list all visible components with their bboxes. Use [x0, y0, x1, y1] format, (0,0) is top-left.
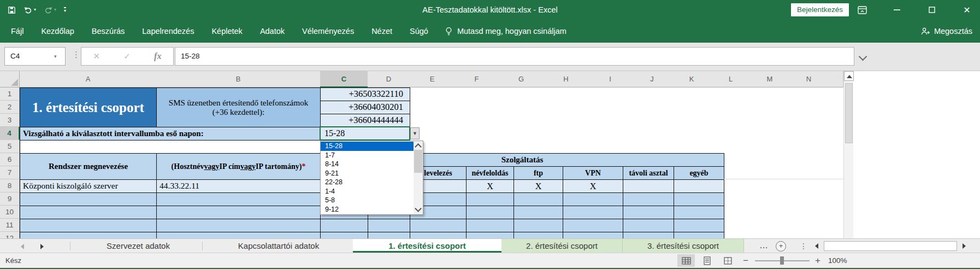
column-header-e[interactable]: E	[410, 71, 455, 87]
undo-button[interactable]: ▾	[23, 6, 36, 14]
cell-phone-1[interactable]: +36503322110	[320, 87, 410, 101]
view-normal-button[interactable]	[677, 254, 695, 267]
empty-cell-row11[interactable]	[368, 219, 410, 232]
menu-tab-page-layout[interactable]: Lapelrendezés	[133, 20, 203, 43]
empty-cell-row12[interactable]	[674, 232, 724, 238]
cell-group-title[interactable]: 1. értesítési csoport	[20, 87, 157, 127]
view-page-break-button[interactable]	[719, 254, 736, 267]
dropdown-scroll-down-icon[interactable]	[415, 205, 422, 212]
column-header-g[interactable]: G	[499, 71, 544, 87]
row-header-6[interactable]: 6	[0, 153, 20, 166]
empty-cell-row12[interactable]	[513, 232, 563, 238]
maximize-button[interactable]	[920, 0, 944, 20]
empty-cell-row10[interactable]	[674, 206, 724, 219]
empty-cell-row10[interactable]	[466, 206, 514, 219]
menu-tab-data[interactable]: Adatok	[251, 20, 293, 43]
save-button[interactable]	[8, 6, 16, 14]
view-page-layout-button[interactable]	[698, 254, 716, 267]
hscroll-right-button[interactable]	[959, 241, 969, 251]
customize-qat-button[interactable]: ▾	[64, 7, 66, 13]
empty-cell-row9[interactable]	[563, 192, 623, 206]
empty-cell-row11[interactable]	[623, 219, 674, 232]
empty-cell-row12[interactable]	[410, 232, 467, 238]
cell-system-name[interactable]: Központi kiszolgáló szerver	[20, 179, 157, 193]
new-sheet-button[interactable]: +	[776, 241, 786, 252]
zoom-level[interactable]: 100%	[828, 253, 847, 268]
sheet-tab-5[interactable]: 3. értesítési csoport	[623, 239, 744, 253]
horizontal-scroll-thumb[interactable]	[824, 241, 957, 251]
column-header-i[interactable]: I	[588, 71, 633, 87]
more-sheets-indicator[interactable]: …	[759, 239, 768, 253]
empty-cell-row11[interactable]	[563, 219, 623, 232]
column-header-j[interactable]: J	[632, 71, 672, 87]
cell-service-header-3[interactable]: ftp	[513, 166, 563, 180]
vertical-scroll-thumb[interactable]	[845, 83, 853, 143]
column-header-m[interactable]: M	[750, 71, 790, 87]
column-header-h[interactable]: H	[544, 71, 589, 87]
sheet-tab-2[interactable]: Kapcsolattartói adatok	[204, 239, 353, 253]
column-header-l[interactable]: L	[711, 71, 751, 87]
column-header-n[interactable]: N	[789, 71, 829, 87]
row-header-8[interactable]: 8	[0, 179, 20, 192]
empty-cell-row12[interactable]	[623, 232, 674, 238]
row-header-5[interactable]: 5	[0, 140, 20, 153]
empty-cell-row11[interactable]	[320, 219, 368, 232]
empty-cell-row11[interactable]	[513, 219, 563, 232]
cell-service-value-4[interactable]: X	[563, 179, 623, 193]
row-header-11[interactable]: 11	[0, 219, 20, 232]
empty-cell-row10[interactable]	[20, 206, 157, 219]
column-header-f[interactable]: F	[454, 71, 499, 87]
sheet-tab-3[interactable]: 1. értesítési csoport	[353, 239, 501, 253]
row-header-4[interactable]: 4	[0, 127, 20, 140]
sheet-tab-4[interactable]: 2. értesítési csoport	[501, 239, 623, 253]
cell-phone-2[interactable]: +36604030201	[320, 101, 410, 114]
menu-tab-formulas[interactable]: Képletek	[203, 20, 251, 43]
menu-tab-file[interactable]: Fájl	[2, 20, 32, 43]
cell-interval-label[interactable]: Vizsgálható a kiválasztott intervallumba…	[20, 127, 321, 141]
scroll-up-button[interactable]	[844, 71, 854, 81]
formula-bar-expand-icon[interactable]	[859, 52, 867, 61]
empty-cell-row9[interactable]	[513, 192, 563, 206]
dropdown-scroll-thumb[interactable]	[414, 150, 422, 173]
column-header-c[interactable]: C	[320, 71, 368, 87]
select-all-corner[interactable]	[0, 71, 20, 87]
column-header-b[interactable]: B	[156, 71, 321, 87]
dropdown-scroll-up-icon[interactable]	[415, 143, 422, 150]
redo-button[interactable]: ▾	[44, 6, 56, 14]
menu-tab-home[interactable]: Kezdőlap	[32, 20, 82, 43]
empty-cell-row10[interactable]	[563, 206, 623, 219]
data-validation-dropdown-button[interactable]: ▼	[410, 127, 420, 139]
cell-service-value-2[interactable]: X	[466, 179, 514, 193]
cell-phone-3[interactable]: +36604444444	[320, 114, 410, 127]
cell-host-value[interactable]: 44.33.22.11	[156, 179, 321, 193]
cell-system-header[interactable]: Rendszer megnevezése	[20, 153, 157, 180]
empty-cell-row11[interactable]	[674, 219, 724, 232]
ribbon-display-options-button[interactable]	[850, 0, 874, 20]
empty-cell-row9[interactable]	[623, 192, 674, 206]
empty-cell-row12[interactable]	[466, 232, 514, 238]
zoom-out-button[interactable]: −	[743, 253, 748, 268]
empty-cell-row9[interactable]	[20, 192, 157, 206]
dropdown-item-1-4[interactable]: 1-4	[321, 187, 414, 196]
name-box-caret-icon[interactable]: ▾	[54, 54, 57, 59]
empty-cell-row11[interactable]	[410, 219, 467, 232]
empty-cell-row10[interactable]	[623, 206, 674, 219]
column-header-k[interactable]: K	[672, 71, 712, 87]
vertical-scrollbar[interactable]	[843, 71, 853, 238]
cell-service-header-4[interactable]: VPN	[563, 166, 623, 180]
cell-sms-label[interactable]: SMS üzenetben értesítendő telefonszámok …	[156, 87, 321, 127]
tell-me-box[interactable]: Mutasd meg, hogyan csináljam	[437, 20, 574, 43]
column-header-a[interactable]: A	[20, 71, 157, 87]
formula-input[interactable]: 15-28	[175, 47, 854, 66]
undo-caret-icon[interactable]: ▾	[34, 8, 36, 12]
row-header-3[interactable]: 3	[0, 114, 20, 127]
minimize-button[interactable]	[885, 0, 909, 20]
cell-service-value-5[interactable]	[623, 179, 674, 193]
cell-service-header-2[interactable]: névfeloldás	[466, 166, 514, 180]
dropdown-item-22-28[interactable]: 22-28	[321, 178, 414, 187]
cell-empty-row5[interactable]	[20, 140, 321, 154]
empty-cell-row10[interactable]	[513, 206, 563, 219]
empty-cell-row12[interactable]	[156, 232, 321, 238]
redo-caret-icon[interactable]: ▾	[54, 8, 56, 12]
dropdown-item-9-12[interactable]: 9-12	[321, 205, 414, 214]
